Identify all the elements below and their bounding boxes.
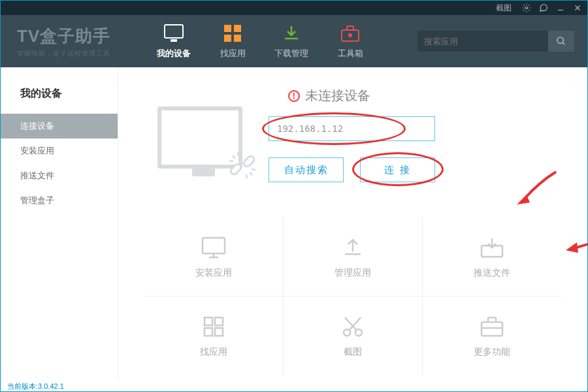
search-input[interactable] <box>417 31 548 52</box>
inbox-icon <box>479 235 505 261</box>
svg-rect-14 <box>229 163 242 176</box>
svg-rect-5 <box>171 39 177 42</box>
version-text: 当前版本:3.0.42.1 <box>7 382 64 390</box>
svg-line-19 <box>250 172 252 175</box>
nav-label: 工具箱 <box>338 48 363 59</box>
header: TV盒子助手 智能电视，盒子远程管理工具 我的设备 找应用 下载管理 工具箱 <box>1 15 587 67</box>
scissors-icon <box>340 314 366 340</box>
tile-manage[interactable]: 管理应用 <box>284 218 422 296</box>
svg-rect-30 <box>204 328 212 336</box>
svg-rect-8 <box>224 35 231 42</box>
annotation-arrow <box>563 232 588 258</box>
svg-rect-7 <box>234 25 241 32</box>
sidebar: 我的设备 连接设备 安装应用 推送文件 管理盒子 <box>1 67 118 380</box>
svg-point-11 <box>349 34 351 37</box>
svg-line-18 <box>229 161 233 161</box>
svg-marker-23 <box>566 242 578 253</box>
nav-apps[interactable]: 找应用 <box>203 18 262 65</box>
tile-screenshot[interactable]: 截图 <box>284 297 422 375</box>
titlebar-screenshot-label[interactable]: 截图 <box>496 3 512 14</box>
svg-rect-6 <box>224 25 231 32</box>
svg-line-17 <box>238 152 238 156</box>
ip-input[interactable] <box>269 116 435 141</box>
sidebar-item-manage[interactable]: 管理盒子 <box>1 188 118 213</box>
search-icon <box>556 36 566 46</box>
tile-label: 推送文件 <box>474 267 510 279</box>
svg-line-20 <box>246 174 247 178</box>
broken-link-icon <box>226 149 259 182</box>
svg-rect-31 <box>215 328 223 336</box>
tile-install[interactable]: 安装应用 <box>144 218 283 296</box>
nav-label: 我的设备 <box>157 48 191 59</box>
connect-area: ! 未连接设备 自动搜索 连 接 <box>144 87 561 185</box>
svg-marker-22 <box>517 195 530 204</box>
titlebar: 截图 <box>1 1 587 15</box>
monitor-icon <box>201 235 227 261</box>
footer: 当前版本:3.0.42.1 <box>1 380 587 392</box>
connect-form: ! 未连接设备 自动搜索 连 接 <box>269 87 561 182</box>
search <box>417 31 574 52</box>
status-text: 未连接设备 <box>305 87 370 105</box>
svg-rect-29 <box>215 318 223 325</box>
device-preview <box>157 106 249 185</box>
tile-push[interactable]: 推送文件 <box>423 218 561 296</box>
tiles: 安装应用 管理应用 推送文件 找应用 截图 更多功能 <box>144 218 561 375</box>
briefcase-icon <box>479 314 505 340</box>
upload-icon <box>340 235 366 261</box>
tile-label: 找应用 <box>200 346 227 358</box>
logo-subtitle: 智能电视，盒子远程管理工具 <box>17 49 144 58</box>
svg-rect-9 <box>234 35 241 42</box>
search-button[interactable] <box>548 31 574 52</box>
message-icon[interactable] <box>539 3 548 12</box>
toolbox-icon <box>340 23 361 44</box>
svg-line-16 <box>233 155 235 158</box>
sidebar-item-connect[interactable]: 连接设备 <box>1 114 118 139</box>
tile-label: 截图 <box>344 346 362 358</box>
svg-rect-28 <box>204 318 212 325</box>
minimize-icon[interactable] <box>556 3 565 12</box>
svg-line-21 <box>252 169 255 170</box>
svg-line-13 <box>563 42 564 44</box>
nav-label: 找应用 <box>220 48 246 59</box>
svg-point-0 <box>525 7 528 9</box>
svg-rect-15 <box>242 155 255 168</box>
svg-rect-36 <box>482 322 502 336</box>
monitor-icon <box>163 23 184 44</box>
svg-rect-24 <box>203 238 225 253</box>
tile-find[interactable]: 找应用 <box>144 297 283 375</box>
tile-label: 更多功能 <box>474 346 510 358</box>
grid-icon <box>222 23 243 44</box>
alert-icon: ! <box>288 90 300 102</box>
status-line: ! 未连接设备 <box>269 87 561 105</box>
nav-toolbox[interactable]: 工具箱 <box>321 18 380 65</box>
connect-button[interactable]: 连 接 <box>360 157 435 182</box>
sidebar-title: 我的设备 <box>1 80 118 114</box>
nav-label: 下载管理 <box>274 48 308 59</box>
logo-title: TV盒子助手 <box>17 25 144 48</box>
gear-icon[interactable] <box>522 3 531 12</box>
body: 我的设备 连接设备 安装应用 推送文件 管理盒子 <box>1 67 587 380</box>
download-icon <box>281 23 302 44</box>
sidebar-item-install[interactable]: 安装应用 <box>1 139 118 163</box>
tile-more[interactable]: 更多功能 <box>423 297 561 375</box>
nav-downloads[interactable]: 下载管理 <box>262 18 321 65</box>
tile-label: 管理应用 <box>335 267 371 279</box>
grid-icon <box>201 314 227 340</box>
close-icon[interactable] <box>573 3 582 12</box>
tile-label: 安装应用 <box>195 267 232 279</box>
nav-devices[interactable]: 我的设备 <box>144 18 203 65</box>
sidebar-item-push[interactable]: 推送文件 <box>1 163 118 188</box>
nav: 我的设备 找应用 下载管理 工具箱 <box>144 18 380 65</box>
auto-search-button[interactable]: 自动搜索 <box>269 157 344 182</box>
main: ! 未连接设备 自动搜索 连 接 <box>118 67 587 380</box>
svg-point-12 <box>557 37 563 43</box>
svg-rect-4 <box>165 25 183 38</box>
logo: TV盒子助手 智能电视，盒子远程管理工具 <box>17 25 144 58</box>
